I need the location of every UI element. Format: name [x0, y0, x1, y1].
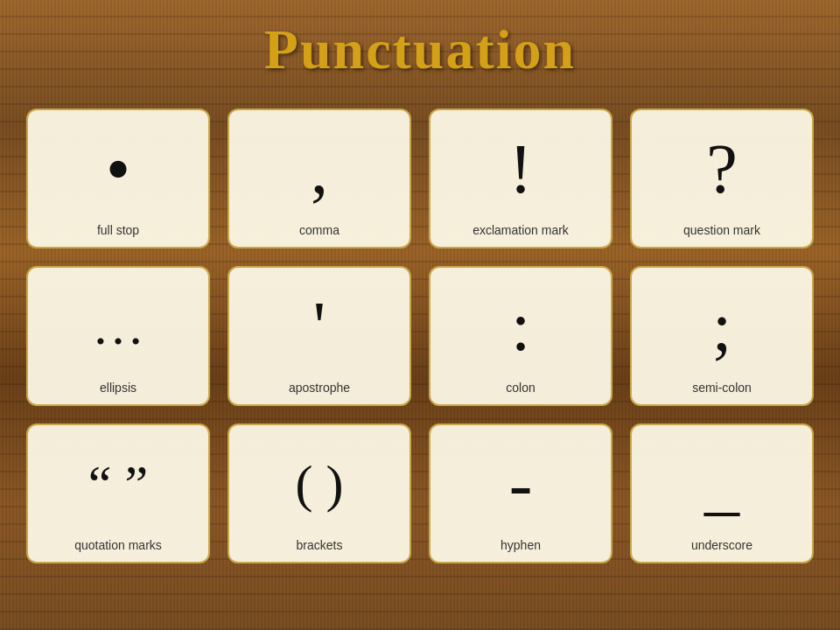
- card-apostrophe: 'apostrophe: [228, 266, 411, 406]
- punctuation-grid: •full stop,comma!exclamation mark?questi…: [26, 108, 814, 564]
- symbol-question-mark: ?: [706, 119, 738, 219]
- label-colon: colon: [506, 380, 535, 396]
- symbol-exclamation-mark: !: [509, 119, 533, 219]
- card-semi-colon: ;semi-colon: [630, 266, 814, 406]
- label-brackets: brackets: [297, 537, 343, 553]
- card-colon: :colon: [429, 266, 612, 406]
- card-quotation-marks: “ ”quotation marks: [26, 424, 210, 564]
- page-title: Punctuation: [264, 18, 576, 82]
- symbol-ellipsis: …: [92, 276, 144, 376]
- symbol-brackets: ( ): [296, 434, 344, 534]
- card-full-stop: •full stop: [26, 108, 210, 248]
- card-brackets: ( )brackets: [228, 424, 411, 564]
- symbol-semi-colon: ;: [712, 276, 732, 376]
- card-comma: ,comma: [228, 108, 411, 248]
- symbol-hyphen: -: [509, 434, 533, 534]
- symbol-comma: ,: [311, 119, 328, 219]
- label-ellipsis: ellipsis: [100, 380, 136, 396]
- label-apostrophe: apostrophe: [289, 380, 350, 396]
- label-full-stop: full stop: [97, 222, 139, 238]
- symbol-quotation-marks: “ ”: [88, 434, 148, 534]
- label-underscore: underscore: [691, 537, 752, 553]
- label-question-mark: question mark: [683, 222, 760, 238]
- card-question-mark: ?question mark: [630, 108, 814, 248]
- card-hyphen: -hyphen: [429, 424, 612, 564]
- symbol-underscore: _: [704, 434, 739, 534]
- card-underscore: _underscore: [630, 424, 814, 564]
- label-semi-colon: semi-colon: [692, 380, 752, 396]
- card-ellipsis: …ellipsis: [26, 266, 210, 406]
- label-quotation-marks: quotation marks: [74, 537, 162, 553]
- symbol-colon: :: [511, 276, 530, 376]
- label-hyphen: hyphen: [500, 537, 541, 553]
- label-exclamation-mark: exclamation mark: [472, 222, 569, 238]
- card-exclamation-mark: !exclamation mark: [429, 108, 612, 248]
- symbol-full-stop: •: [106, 119, 130, 219]
- symbol-apostrophe: ': [313, 276, 326, 376]
- label-comma: comma: [299, 222, 340, 238]
